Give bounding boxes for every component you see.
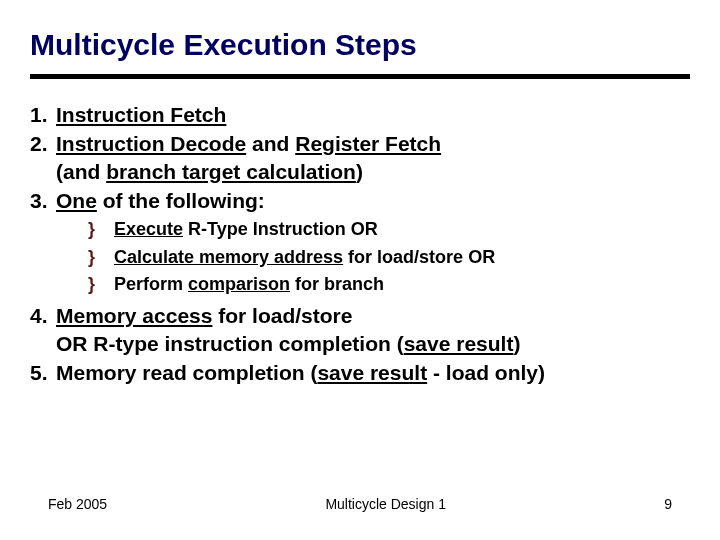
- step-5: 5. Memory read completion (save result -…: [30, 359, 690, 386]
- plain-text: R-Type Instruction OR: [183, 219, 378, 239]
- step-number: 2.: [30, 130, 56, 185]
- slide-footer: Feb 2005 Multicycle Design 1 9: [0, 496, 720, 512]
- substep-3: } Perform comparison for branch: [88, 273, 690, 296]
- step-number: 1.: [30, 101, 56, 128]
- step-number: 5.: [30, 359, 56, 386]
- plain-text: Perform: [114, 274, 188, 294]
- substep-text: Perform comparison for branch: [114, 273, 690, 296]
- step-1: 1. Instruction Fetch: [30, 101, 690, 128]
- underline-text: One: [56, 189, 97, 212]
- slide: Multicycle Execution Steps 1. Instructio…: [0, 0, 720, 540]
- step-3-sublist: } Execute R-Type Instruction OR } Calcul…: [88, 218, 690, 296]
- underline-text: Instruction Decode: [56, 132, 246, 155]
- title-divider: [30, 74, 690, 79]
- plain-text: for branch: [290, 274, 384, 294]
- slide-body: 1. Instruction Fetch 2. Instruction Deco…: [30, 101, 690, 386]
- plain-text: OR R-type instruction completion (: [56, 332, 404, 355]
- underline-text: comparison: [188, 274, 290, 294]
- bullet-icon: }: [88, 218, 114, 241]
- substep-1: } Execute R-Type Instruction OR: [88, 218, 690, 241]
- underline-text: Register Fetch: [295, 132, 441, 155]
- step-2: 2. Instruction Decode and Register Fetch…: [30, 130, 690, 185]
- plain-text: (and: [56, 160, 106, 183]
- step-4: 4. Memory access for load/store OR R-typ…: [30, 302, 690, 357]
- underline-text: save result: [317, 361, 427, 384]
- plain-text: and: [246, 132, 295, 155]
- substep-text: Calculate memory address for load/store …: [114, 246, 690, 269]
- plain-text: Memory read completion (: [56, 361, 317, 384]
- plain-text: for load/store OR: [343, 247, 495, 267]
- step-text: Memory read completion (save result - lo…: [56, 359, 690, 386]
- underline-text: Execute: [114, 219, 183, 239]
- underline-text: branch target calculation: [106, 160, 356, 183]
- underline-text: Instruction Fetch: [56, 103, 226, 126]
- step-number: 4.: [30, 302, 56, 357]
- underline-text: Calculate memory address: [114, 247, 343, 267]
- bullet-icon: }: [88, 273, 114, 296]
- step-text: Instruction Fetch: [56, 101, 690, 128]
- step-text: One of the following:: [56, 187, 690, 214]
- substep-2: } Calculate memory address for load/stor…: [88, 246, 690, 269]
- step-3: 3. One of the following:: [30, 187, 690, 214]
- footer-date: Feb 2005: [48, 496, 107, 512]
- plain-text: of the following:: [97, 189, 265, 212]
- step-number: 3.: [30, 187, 56, 214]
- step-text: Memory access for load/store OR R-type i…: [56, 302, 690, 357]
- footer-page-number: 9: [664, 496, 672, 512]
- slide-title: Multicycle Execution Steps: [30, 28, 690, 62]
- plain-text: - load only): [427, 361, 545, 384]
- step-text: Instruction Decode and Register Fetch (a…: [56, 130, 690, 185]
- plain-text: ): [513, 332, 520, 355]
- plain-text: ): [356, 160, 363, 183]
- underline-text: Memory access: [56, 304, 212, 327]
- bullet-icon: }: [88, 246, 114, 269]
- plain-text: for load/store: [212, 304, 352, 327]
- underline-text: save result: [404, 332, 514, 355]
- substep-text: Execute R-Type Instruction OR: [114, 218, 690, 241]
- footer-title: Multicycle Design 1: [325, 496, 446, 512]
